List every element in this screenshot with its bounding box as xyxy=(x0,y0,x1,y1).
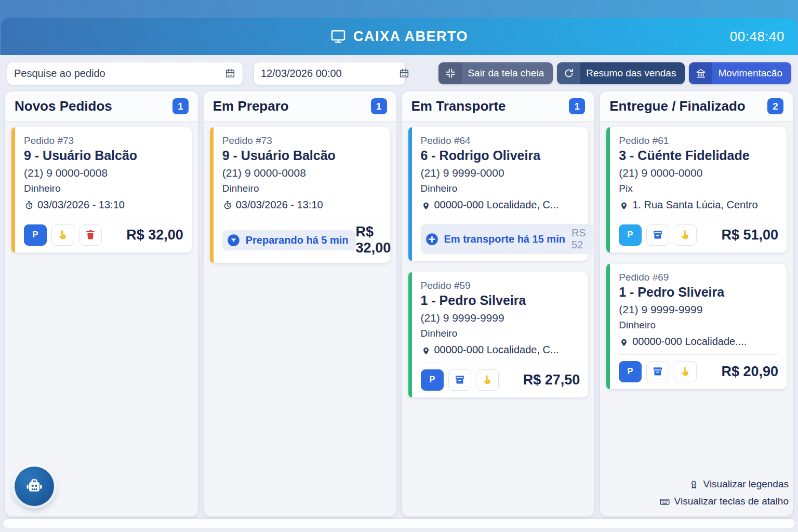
hand-button[interactable] xyxy=(674,224,697,246)
print-button[interactable]: P xyxy=(24,224,47,246)
sales-summary-button[interactable]: Resumo das vendas xyxy=(557,62,685,84)
archive-icon xyxy=(651,229,664,241)
column-body: Pedido #613 - Cüénte Fidelidade(21) 9 00… xyxy=(600,121,793,395)
calendar-icon xyxy=(224,68,236,79)
kanban-column: Em Transporte1Pedido #646 - Rodrigo Oliv… xyxy=(402,91,595,516)
customer-name: 3 - Cüénte Fidelidade xyxy=(619,148,778,163)
order-card[interactable]: Pedido #613 - Cüénte Fidelidade(21) 9 00… xyxy=(606,127,787,252)
column-count-badge: 1 xyxy=(569,98,585,114)
calendar-icon xyxy=(398,68,410,79)
order-card[interactable]: Pedido #646 - Rodrigo Oliveira(21) 9 999… xyxy=(408,127,589,261)
print-button[interactable]: P xyxy=(619,224,642,246)
svg-text:P: P xyxy=(628,230,633,239)
toolbar: Sair da tela cheiaResumo das vendasMovim… xyxy=(0,55,798,91)
column-title: Em Preparo xyxy=(213,98,289,114)
exit-fullscreen-button[interactable]: Sair da tela cheia xyxy=(438,62,553,84)
payment-method: Dinheiro xyxy=(222,183,382,194)
order-card[interactable]: Pedido #691 - Pedro Sliveira(21) 9 9999-… xyxy=(606,264,787,389)
assistant-bot-button[interactable] xyxy=(15,467,54,506)
print-icon: P xyxy=(624,365,636,378)
order-card[interactable]: Pedido #739 - Usuário Balcão(21) 9 0000-… xyxy=(11,127,192,252)
card-accent xyxy=(606,127,610,252)
date-filter-input[interactable] xyxy=(261,68,398,79)
kanban-column: Entregue / Finalizado2Pedido #613 - Cüén… xyxy=(600,91,793,516)
card-divider xyxy=(24,218,183,218)
kanban-column: Em Preparo1Pedido #739 - Usuário Balcão(… xyxy=(204,91,396,516)
hand-icon xyxy=(481,374,494,386)
card-footer: PR$ 20,90 xyxy=(619,361,778,382)
status-label: Preparando há 5 min xyxy=(246,234,349,246)
meta-text: 00000-000 Localidade, C... xyxy=(434,199,559,211)
card-divider xyxy=(222,218,382,218)
kanban-board: Novos Pedidos1Pedido #739 - Usuário Balc… xyxy=(0,91,798,516)
view-legends-link[interactable]: Visualizar legendas xyxy=(688,478,789,490)
bottom-strip xyxy=(3,519,795,528)
order-number: Pedido #64 xyxy=(421,135,580,147)
phone-number: (21) 9 0000-0008 xyxy=(222,167,382,179)
compress-icon xyxy=(438,62,462,84)
svg-text:P: P xyxy=(429,375,435,384)
hand-button[interactable] xyxy=(476,369,499,391)
view-shortcuts-link[interactable]: Visualizar teclas de atalho xyxy=(659,496,789,507)
exit-fullscreen-label: Sair da tela cheia xyxy=(462,68,553,79)
hand-icon xyxy=(57,229,69,241)
app-header: CAIXA ABERTO 00:48:40 xyxy=(1,18,797,55)
card-divider xyxy=(619,218,778,218)
column-header: Em Transporte1 xyxy=(402,91,595,121)
card-footer: PR$ 51,00 xyxy=(619,224,778,246)
print-icon: P xyxy=(426,374,438,386)
trash-button[interactable] xyxy=(79,224,102,246)
customer-name: 9 - Usuário Balcão xyxy=(222,148,382,163)
date-filter-box[interactable] xyxy=(254,62,406,85)
search-input-box[interactable] xyxy=(7,62,243,85)
svg-text:P: P xyxy=(32,230,38,239)
session-timer: 00:48:40 xyxy=(730,29,784,45)
hand-button[interactable] xyxy=(674,361,697,382)
phone-number: (21) 9 9999-9999 xyxy=(619,303,778,316)
card-divider xyxy=(619,354,778,355)
order-total: R$ 32,00 xyxy=(356,224,391,256)
archive-icon xyxy=(454,374,466,386)
archive-button[interactable] xyxy=(646,224,669,246)
order-number: Pedido #59 xyxy=(421,280,580,291)
archive-button[interactable] xyxy=(448,369,471,391)
column-header: Entregue / Finalizado2 xyxy=(600,91,793,121)
delivery-address: 1. Rua Santa Lúcia, Centro xyxy=(619,199,778,211)
status-badge: Preparando há 5 min xyxy=(222,230,356,250)
column-count-badge: 2 xyxy=(767,98,783,114)
refresh-icon xyxy=(557,62,580,84)
movement-button[interactable]: Movimentacão xyxy=(689,62,791,84)
card-footer: Preparando há 5 minR$ 32,00 xyxy=(222,224,382,256)
print-button[interactable]: P xyxy=(619,361,642,382)
order-card[interactable]: Pedido #591 - Pedro Silveira(21) 9 9999-… xyxy=(408,272,589,397)
card-footer: PR$ 27,50 xyxy=(421,369,580,391)
print-button[interactable]: P xyxy=(421,369,444,391)
status-label: Em transporte há 15 min xyxy=(444,233,565,245)
phone-number: (21) 9 0000-0008 xyxy=(24,167,183,179)
column-header: Em Preparo1 xyxy=(204,91,396,121)
plus-circle-icon xyxy=(425,232,439,246)
order-card[interactable]: Pedido #739 - Usuário Balcão(21) 9 0000-… xyxy=(210,127,390,263)
page-title: CAIXA ABERTO xyxy=(330,28,468,45)
order-number: Pedido #73 xyxy=(24,135,183,147)
order-datetime: 03/03/2026 - 13:10 xyxy=(24,199,183,211)
customer-name: 9 - Usuário Balcão xyxy=(24,148,183,163)
column-title: Entregue / Finalizado xyxy=(609,98,745,114)
robot-icon xyxy=(24,476,45,497)
customer-name: 6 - Rodrigo Oliveira xyxy=(421,148,580,163)
search-input[interactable] xyxy=(14,68,224,79)
order-number: Pedido #61 xyxy=(619,135,778,147)
hand-button[interactable] xyxy=(51,224,74,246)
archive-button[interactable] xyxy=(646,361,669,382)
archive-icon xyxy=(651,365,664,378)
card-accent xyxy=(11,127,15,252)
meta-text: 03/03/2026 - 13:10 xyxy=(236,199,323,211)
order-total: R$ 51,00 xyxy=(721,227,778,243)
customer-name: 1 - Pedro Sliveira xyxy=(619,285,778,300)
kanban-column: Novos Pedidos1Pedido #739 - Usuário Balc… xyxy=(5,91,198,516)
payment-method: Dinheiro xyxy=(24,183,183,194)
delivery-address: 00000-000 Localidade, C... xyxy=(421,199,580,211)
page-title-label: CAIXA ABERTO xyxy=(353,29,468,45)
trash-icon xyxy=(84,229,97,241)
pin-icon xyxy=(619,200,629,210)
